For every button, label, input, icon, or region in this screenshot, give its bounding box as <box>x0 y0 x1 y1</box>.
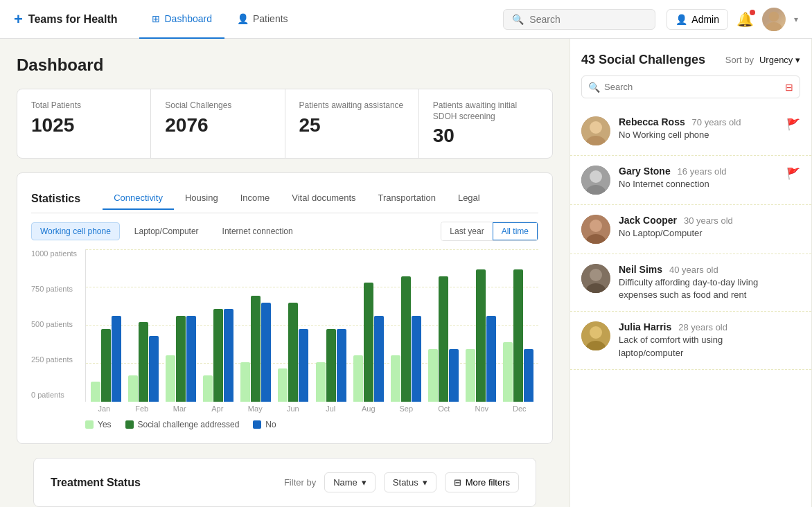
x-label-aug: Aug <box>355 404 382 413</box>
panel-search-input[interactable] <box>581 75 800 98</box>
subtab-internet[interactable]: Internet connection <box>213 222 302 240</box>
chart-bar <box>401 276 411 402</box>
sort-value[interactable]: Urgency ▾ <box>759 55 800 65</box>
tab-legal[interactable]: Legal <box>447 187 491 210</box>
stat-label-social: Social Challenges <box>165 100 270 112</box>
chart-bar <box>128 375 138 402</box>
bar-group <box>91 316 121 402</box>
bar-group <box>353 283 384 402</box>
panel-filter-icon[interactable]: ⊟ <box>785 82 793 93</box>
chart-bar <box>428 349 438 402</box>
y-label-1000: 1000 patients <box>31 249 85 258</box>
svg-point-6 <box>590 170 602 183</box>
chart-bar <box>524 349 533 402</box>
filter-name-chevron: ▾ <box>362 477 367 488</box>
time-last-year[interactable]: Last year <box>441 222 492 240</box>
subtab-cell-phone[interactable]: Working cell phone <box>31 222 120 240</box>
filter-status-chevron: ▾ <box>423 477 427 488</box>
chart-bar <box>203 375 213 402</box>
challenge-avatar-3 <box>581 215 610 244</box>
search-bar[interactable]: 🔍 <box>503 9 655 30</box>
right-panel: 43 Social Challenges Sort by Urgency ▾ 🔍… <box>570 39 812 507</box>
chart-bar <box>91 382 100 402</box>
notification-dot <box>750 10 755 15</box>
admin-button[interactable]: 👤 Admin <box>667 9 728 30</box>
bar-group <box>316 329 346 402</box>
tab-vital-documents[interactable]: Vital documents <box>281 187 367 210</box>
svg-point-1 <box>766 22 782 31</box>
stat-total-patients: Total Patients 1025 <box>17 89 151 158</box>
svg-point-3 <box>590 121 602 134</box>
treatment-section: Treatment Status Filter by Name ▾ Status… <box>33 458 536 507</box>
admin-label: Admin <box>691 14 719 25</box>
main-content: Dashboard Total Patients 1025 Social Cha… <box>0 39 812 507</box>
no-flag-3: 🚩 <box>788 215 800 226</box>
notification-button[interactable]: 🔔 <box>736 11 754 28</box>
bar-group <box>166 316 196 402</box>
stat-value-total: 1025 <box>31 114 136 136</box>
y-label-0: 0 patients <box>31 391 85 399</box>
challenge-desc-5: Lack of comfort with using laptop/comput… <box>619 334 780 359</box>
flag-icon-2: 🚩 <box>786 167 800 180</box>
chart-bar <box>391 355 400 402</box>
chart-bar <box>186 316 196 402</box>
x-label-oct: Oct <box>430 404 458 413</box>
svg-point-12 <box>590 269 602 281</box>
nav-links: ⊞ Dashboard 👤 Patients <box>139 0 300 39</box>
bar-group <box>128 322 159 402</box>
chart-bar <box>288 303 298 402</box>
nav-item-dashboard[interactable]: ⊞ Dashboard <box>139 0 224 39</box>
chart-bar <box>374 316 384 402</box>
chevron-down-icon: ▾ <box>794 15 798 24</box>
x-label-jul: Jul <box>317 404 344 413</box>
challenge-desc-4: Difficulty affording day-to-day living e… <box>619 276 780 301</box>
chart-bar <box>299 329 308 402</box>
statistics-section: Statistics Connectivity Housing Income V… <box>17 172 553 444</box>
brand: + Teams for Health <box>14 10 117 28</box>
statistics-title: Statistics <box>31 193 80 205</box>
brand-name: Teams for Health <box>28 13 118 26</box>
x-labels: Jan Feb Mar Apr May Jun Jul Aug Sep Oct … <box>85 402 538 413</box>
chart-bar <box>213 309 223 402</box>
challenge-item: Rebecca Ross 70 years old No Working cel… <box>570 107 811 156</box>
filter-status-select[interactable]: Status ▾ <box>384 472 436 492</box>
tab-transportation[interactable]: Transportation <box>367 187 447 210</box>
stat-label-assistance: Patients awaiting assistance <box>299 100 405 112</box>
tab-income[interactable]: Income <box>229 187 281 210</box>
challenge-name-1: Rebecca Ross <box>619 116 685 127</box>
bar-group <box>503 269 533 402</box>
time-all-time[interactable]: All time <box>493 222 538 240</box>
subtab-laptop[interactable]: Laptop/Computer <box>125 222 208 240</box>
avatar[interactable] <box>762 8 786 31</box>
svg-point-15 <box>590 326 602 339</box>
filter-status-value: Status <box>393 477 418 488</box>
tab-connectivity[interactable]: Connectivity <box>103 187 174 210</box>
sub-tabs: Working cell phone Laptop/Computer Inter… <box>31 222 538 241</box>
challenge-item: Gary Stone 16 years old No Internet conn… <box>570 156 811 205</box>
legend-dot-no <box>253 420 261 429</box>
legend-label-no: No <box>265 420 276 429</box>
chart-bar <box>412 316 421 402</box>
chart-bar <box>224 309 233 402</box>
more-filters-button[interactable]: ⊟ More filters <box>445 472 519 492</box>
chart-bar <box>112 316 121 402</box>
chart-bar <box>278 368 288 402</box>
admin-icon: 👤 <box>676 14 687 25</box>
chart-bar <box>513 269 523 402</box>
search-input[interactable] <box>529 14 646 25</box>
stat-sdoh-screening: Patients awaiting initial SDOH screening… <box>419 89 552 158</box>
challenge-age-2: 16 years old <box>678 166 727 177</box>
chart-bar <box>166 355 175 402</box>
challenge-name-4: Neil Sims <box>619 264 662 275</box>
panel-search-icon: 🔍 <box>588 82 600 93</box>
bar-group <box>240 296 271 402</box>
nav-item-patients[interactable]: 👤 Patients <box>224 0 301 39</box>
chart-container: 0 patients 250 patients 500 patients 750… <box>31 249 538 429</box>
no-flag-4: 🚩 <box>788 264 800 275</box>
challenge-info-1: Rebecca Ross 70 years old No Working cel… <box>619 116 778 141</box>
tab-housing[interactable]: Housing <box>174 187 229 210</box>
bar-group <box>428 276 459 402</box>
stats-row: Total Patients 1025 Social Challenges 20… <box>17 89 553 159</box>
filter-name-select[interactable]: Name ▾ <box>324 472 376 492</box>
chart-bar <box>476 269 486 402</box>
